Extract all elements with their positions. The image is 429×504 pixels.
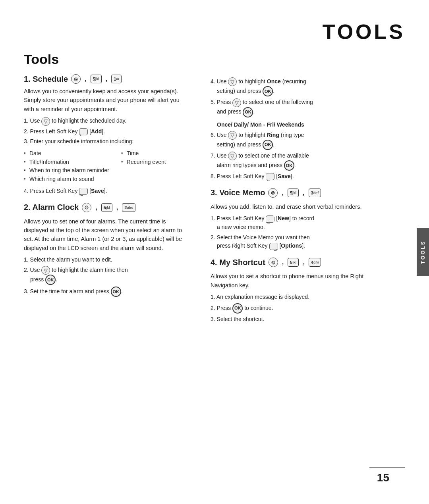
comma6: , (303, 189, 304, 196)
bullet-time: Time (121, 149, 166, 158)
ok-icon-r6: OK (263, 140, 273, 150)
comma3: , (95, 204, 97, 211)
schedule-steps: 1. Use ▽ to highlight the scheduled day.… (24, 117, 191, 146)
page-heading: Tools (24, 52, 389, 67)
schedule-right-steps-2: 6. Use ▽ to highlight Ring (ring typeset… (211, 131, 389, 181)
left-column: 1. Schedule ◎ , 5jkl , 1✉ Allows you to … (24, 74, 191, 480)
comma7: , (282, 259, 284, 266)
menu-key-icon-shortcut: ◎ (269, 258, 278, 267)
shortcut-step-1: 1. An explanation message is displayed. (211, 293, 389, 302)
key-2-alarm: 2abc (122, 203, 135, 212)
comma2: , (106, 75, 107, 83)
bullet-col-1: Date Title/Information When to ring the … (24, 149, 109, 184)
sched-right-step-5: 5. Press ▽ to select one of the followin… (211, 98, 389, 117)
schedule-step-4: 4. Press Left Soft Key [Save]. (24, 187, 191, 196)
ok-icon-alarm3: OK (111, 287, 121, 297)
softkey-icon-add (79, 128, 88, 135)
my-shortcut-heading: 4. My Shortcut ◎ , 5jkl , 4ghi (211, 258, 389, 267)
alarm-steps: 1. Select the alarm you want to edit. 2.… (24, 256, 191, 297)
menu-key-icon-voice: ◎ (268, 188, 278, 198)
softkey-icon-save-sched (79, 188, 88, 195)
nav-icon-r5: ▽ (232, 98, 241, 107)
voice-memo-title: 3. Voice Memo (211, 188, 265, 197)
comma8: , (303, 259, 304, 266)
nav-icon-r6: ▽ (228, 131, 237, 140)
bullet-title: Title/Information (24, 158, 109, 167)
ok-icon-shortcut: OK (232, 303, 243, 314)
ok-icon-r5: OK (243, 107, 253, 117)
key-5-schedule: 5jkl (91, 75, 102, 83)
key-3-voice: 3def (309, 189, 321, 197)
ok-icon-alarm2: OK (45, 275, 56, 285)
tools-title-header: TOOLS (323, 20, 405, 44)
sched-right-step-8: 8. Press Left Soft Key [Save]. (211, 172, 389, 181)
alarm-description: Allows you to set one of four alarms. Th… (24, 217, 191, 253)
key-4-shortcut: 4ghi (309, 258, 321, 267)
main-content: Tools 1. Schedule ◎ , 5jkl , 1✉ Allows y… (24, 52, 389, 480)
key-5-shortcut: 5jkl (288, 258, 299, 267)
columns: 1. Schedule ◎ , 5jkl , 1✉ Allows you to … (24, 74, 389, 480)
bullet-recurring: Recurring event (121, 158, 166, 167)
schedule-step-2: 2. Press Left Soft Key [Add]. (24, 127, 191, 136)
schedule-description: Allows you to conveniently keep and acce… (24, 87, 191, 113)
alarm-clock-heading: 2. Alarm Clock ◎ , 5jkl , 2abc (24, 203, 191, 212)
voice-memo-heading: 3. Voice Memo ◎ , 5jkl , 3def (211, 188, 389, 198)
bullet-which: Which ring alarm to sound (24, 175, 109, 184)
schedule-right-steps: 4. Use ▽ to highlight Once (recurringset… (211, 77, 389, 117)
schedule-step-1: 1. Use ▽ to highlight the scheduled day. (24, 117, 191, 125)
schedule-title: 1. Schedule (24, 75, 68, 84)
bullet-when: When to ring the alarm reminder (24, 166, 109, 175)
voice-step-1: 1. Press Left Soft Key [New] to recorda … (211, 214, 389, 231)
softkey-right-icon (269, 243, 278, 250)
softkey-icon-save-r8 (266, 173, 274, 180)
alarm-clock-title: 2. Alarm Clock (24, 203, 79, 212)
nav-icon-alarm: ▽ (41, 266, 50, 275)
voice-memo-steps: 1. Press Left Soft Key [New] to recorda … (211, 214, 389, 250)
bullet-date: Date (24, 149, 109, 158)
bullet-col-2: Time Recurring event (121, 149, 166, 184)
sched-right-step-6: 6. Use ▽ to highlight Ring (ring typeset… (211, 131, 389, 150)
options-line: Once/ Daily/ Mon - Fri/ Weekends (217, 121, 389, 128)
ok-icon-r4: OK (263, 86, 273, 96)
menu-key-icon-alarm: ◎ (82, 203, 91, 212)
ok-icon-r7: OK (284, 160, 294, 171)
menu-key-icon: ◎ (71, 74, 81, 84)
right-column: 4. Use ▽ to highlight Once (recurringset… (211, 74, 389, 480)
schedule-step-3: 3. Enter your schedule information inclu… (24, 137, 191, 146)
voice-step-2: 2. Select the Voice Memo you want thenpr… (211, 233, 389, 250)
alarm-step-2: 2. Use ▽ to highlight the alarm time the… (24, 266, 191, 285)
key-5-voice: 5jkl (288, 189, 299, 197)
comma5: , (282, 189, 283, 196)
comma1: , (85, 75, 86, 83)
shortcut-step-3: 3. Select the shortcut. (211, 315, 389, 324)
voice-memo-description: Allows you add, listen to, and erase sho… (211, 202, 389, 211)
alarm-step-1: 1. Select the alarm you want to edit. (24, 256, 191, 264)
page: TOOLS TOOLS 15 Tools 1. Schedule ◎ , 5jk… (0, 0, 429, 504)
key-5-alarm: 5jkl (101, 203, 112, 212)
sidebar-label: TOOLS (417, 228, 429, 276)
nav-icon-r7: ▽ (228, 152, 237, 160)
my-shortcut-description: Allows you to set a shortcut to phone me… (211, 272, 389, 290)
comma4: , (116, 204, 118, 211)
key-1-schedule: 1✉ (111, 75, 122, 83)
shortcut-step-2: 2. Press OK to continue. (211, 303, 389, 314)
sched-right-step-4: 4. Use ▽ to highlight Once (recurringset… (211, 77, 389, 96)
schedule-bullets: Date Title/Information When to ring the … (24, 149, 191, 184)
softkey-icon-new (266, 215, 274, 223)
nav-icon-1: ▽ (41, 117, 50, 126)
schedule-heading: 1. Schedule ◎ , 5jkl , 1✉ (24, 74, 191, 84)
schedule-step4: 4. Press Left Soft Key [Save]. (24, 187, 191, 196)
my-shortcut-steps: 1. An explanation message is displayed. … (211, 293, 389, 323)
alarm-step-3: 3. Set the time for alarm and press OK. (24, 287, 191, 297)
my-shortcut-title: 4. My Shortcut (211, 258, 265, 267)
nav-icon-r4: ▽ (228, 77, 237, 86)
sched-right-step-7: 7. Use ▽ to select one of the availablea… (211, 152, 389, 171)
